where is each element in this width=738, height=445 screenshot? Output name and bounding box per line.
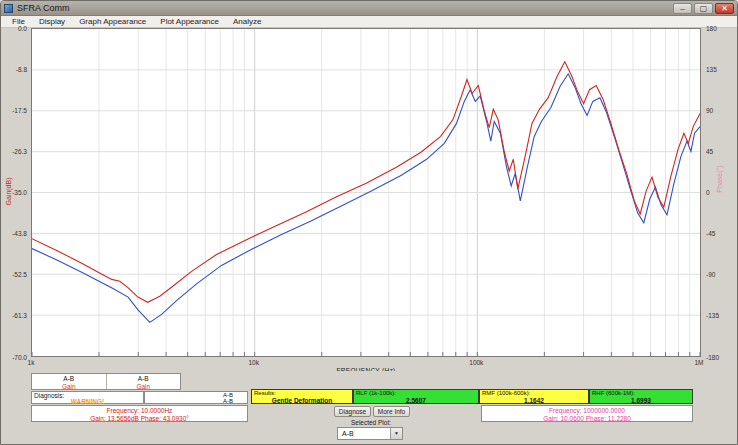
close-button[interactable]: ✕	[715, 3, 734, 14]
axis-tick-label: -43.8	[1, 230, 29, 237]
axis-tick-label: 180	[704, 25, 736, 32]
menu-item-display[interactable]: Display	[32, 17, 72, 26]
cursor-frequency: Frequency: 1000000.0000	[482, 407, 692, 415]
axis-tick-label: -135	[704, 312, 736, 319]
selected-plot-value: A-B	[342, 430, 354, 437]
axis-tick-label: 135	[704, 66, 736, 73]
rhf-metric-cell: RHF (600k-1M): 1.6993	[589, 389, 693, 404]
menu-item-plot-appearance[interactable]: Plot Appearance	[153, 17, 226, 26]
chevron-down-icon[interactable]: ▼	[390, 428, 402, 439]
axis-tick-label: 1M	[694, 359, 703, 366]
legend-plot-name: A-B	[107, 375, 181, 383]
axis-tick-label: -45	[704, 230, 736, 237]
axis-tick-label: -35.0	[1, 189, 29, 196]
axis-tick-label: -70.0	[1, 354, 29, 361]
axis-tick-label: 90	[704, 107, 736, 114]
axis-tick-label: 10k	[248, 359, 258, 366]
axis-tick-label: -61.3	[1, 312, 29, 319]
rmf-value: 1.1642	[480, 397, 588, 404]
minimize-button[interactable]: –	[673, 3, 692, 14]
rhf-value: 1.6993	[590, 397, 692, 404]
cursor-gain-phase: Gain: 10.0600 Phase: 11.2280	[482, 415, 692, 423]
frequency-response-plot[interactable]	[32, 29, 700, 356]
cursor-gain-phase: Gain: 13.5656dB Phase: 43.0930°	[32, 415, 247, 423]
rlf-metric-cell: RLF (1k-100k): 2.5607	[353, 389, 479, 404]
legend-signal-name: Gain	[107, 383, 181, 391]
legend-plot-name: A-B	[32, 375, 106, 383]
axis-tick-label: -90	[704, 271, 736, 278]
axis-tick-label: -52.5	[1, 271, 29, 278]
menu-item-analyze[interactable]: Analyze	[226, 17, 268, 26]
maximize-button[interactable]: ▢	[694, 3, 713, 14]
selected-plot-label: Selected Plot:	[321, 419, 421, 426]
diagnosis-box: Diagnosis: WARNING!	[31, 391, 144, 404]
compared-plots-box: A-B A-B	[144, 391, 248, 404]
plot-area[interactable]	[31, 28, 701, 357]
legend-signal-name: Gain	[32, 383, 106, 391]
bottom-panel: A-B Gain A-B Gain Diagnosis: WARNING! A-…	[1, 371, 738, 445]
axis-tick-label: -8.8	[1, 66, 29, 73]
window-title: SFRA Comm	[17, 3, 671, 13]
menu-item-graph-appearance[interactable]: Graph Appearance	[72, 17, 153, 26]
rlf-value: 2.5607	[354, 397, 478, 404]
diagnose-button[interactable]: Diagnose	[334, 406, 371, 417]
axis-tick-label: 100k	[469, 359, 483, 366]
rmf-metric-cell: RMF (100k-600k): 1.1642	[479, 389, 589, 404]
legend-entry[interactable]: A-B Gain	[107, 374, 181, 389]
app-icon	[4, 4, 13, 13]
results-label: Results:	[254, 390, 276, 396]
gain-axis-ticks: 0.0-8.8-17.5-26.3-35.0-43.8-52.5-61.3-70…	[1, 28, 29, 357]
cursor-readout-left: Frequency: 10.0000Hz Gain: 13.5656dB Pha…	[31, 405, 248, 422]
menu-bar: FileDisplayGraph AppearancePlot Appearan…	[1, 16, 737, 28]
chart-zone: Gain(dB) 0.0-8.8-17.5-26.3-35.0-43.8-52.…	[1, 28, 738, 371]
app-window: SFRA Comm – ▢ ✕ FileDisplayGraph Appeara…	[0, 0, 738, 445]
plot-legend: A-B Gain A-B Gain	[31, 373, 181, 390]
results-cell: Results: Gentle Deformation	[251, 389, 353, 404]
phase-axis-label: Phase(°)	[716, 149, 723, 209]
legend-entry[interactable]: A-B Gain	[32, 374, 107, 389]
frequency-axis-ticks: 1k10k100k1M	[31, 359, 701, 367]
cursor-frequency: Frequency: 10.0000Hz	[32, 407, 247, 415]
diagnosis-status: WARNING!	[32, 398, 143, 405]
rmf-label: RMF (100k-600k):	[482, 390, 530, 396]
rhf-label: RHF (600k-1M):	[592, 390, 635, 396]
cursor-readout-right: Frequency: 1000000.0000 Gain: 10.0600 Ph…	[481, 405, 693, 422]
rlf-label: RLF (1k-100k):	[356, 390, 396, 396]
axis-tick-label: -17.5	[1, 107, 29, 114]
axis-tick-label: -26.3	[1, 148, 29, 155]
axis-tick-label: -180	[704, 354, 736, 361]
compared-plot-name: A-B	[145, 398, 233, 404]
results-value: Gentle Deformation	[252, 397, 352, 404]
axis-tick-label: 0.0	[1, 25, 29, 32]
selected-plot-dropdown[interactable]: A-B ▼	[337, 427, 403, 440]
title-bar: SFRA Comm – ▢ ✕	[1, 1, 737, 16]
more-info-button[interactable]: More Info	[373, 406, 410, 417]
axis-tick-label: 1k	[28, 359, 35, 366]
